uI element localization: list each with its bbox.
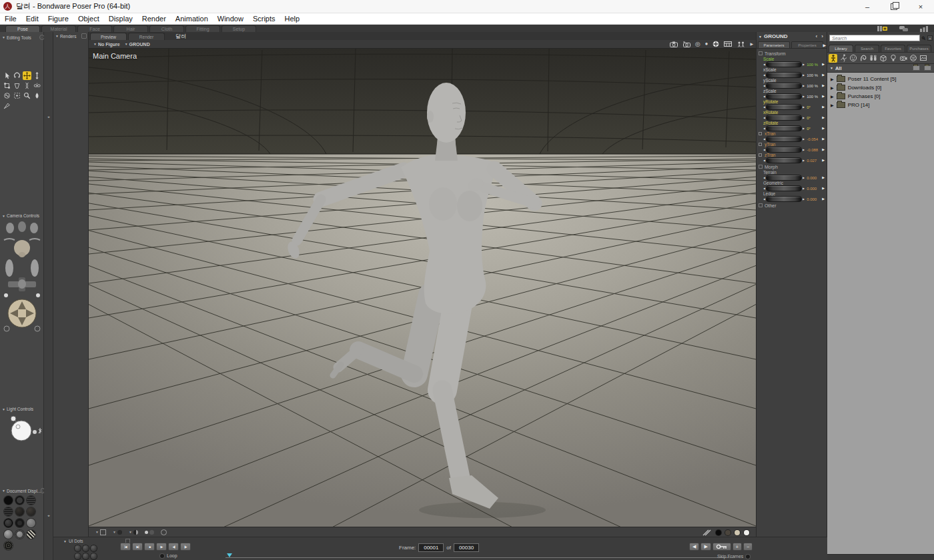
- restore-button[interactable]: [881, 0, 907, 13]
- dial-left-arrow-icon[interactable]: ◀: [763, 95, 765, 98]
- dial-control[interactable]: ◀▶100 %: [763, 72, 827, 78]
- loop-toggle[interactable]: Loop: [160, 553, 177, 558]
- add-keyframe-button[interactable]: [713, 543, 731, 551]
- figures-pair-icon[interactable]: [737, 41, 745, 47]
- viewport-tab-preview[interactable]: Preview: [90, 33, 127, 40]
- tree-item-purchases[interactable]: ▶Purchases [0]: [827, 92, 934, 101]
- menu-help[interactable]: Help: [280, 15, 305, 23]
- shading-dropdown[interactable]: ▼: [129, 530, 138, 535]
- bg-swatch-beige[interactable]: [735, 530, 740, 535]
- dial-flyout-icon[interactable]: ▶: [822, 175, 825, 179]
- move-circle-icon[interactable]: [713, 41, 719, 47]
- delete-frames-button[interactable]: −: [743, 543, 753, 551]
- dial-left-arrow-icon[interactable]: ◀: [763, 187, 765, 190]
- light-controls-header[interactable]: ▼ Light Controls: [0, 405, 46, 412]
- category-hair-icon[interactable]: [859, 54, 867, 63]
- room-tab-fitting[interactable]: Fitting: [185, 25, 220, 32]
- camera-controls-header[interactable]: ▼ Camera Controls: [0, 212, 46, 219]
- actor-selector[interactable]: ▼ GROUND: [125, 42, 150, 47]
- divider-arrows-icon[interactable]: ◂▸: [45, 513, 52, 517]
- next-key-button[interactable]: ▶: [700, 543, 711, 551]
- ui-dot[interactable]: [75, 545, 81, 551]
- menu-edit[interactable]: Edit: [21, 15, 43, 23]
- camera-select-dropdown[interactable]: ▼: [95, 529, 106, 535]
- search-input[interactable]: [829, 35, 920, 41]
- bg-swatch-black[interactable]: [716, 530, 721, 535]
- category-materials-icon[interactable]: [909, 54, 917, 63]
- morphing-tool[interactable]: [33, 91, 41, 100]
- display-style-4[interactable]: [15, 507, 24, 516]
- display-style-10[interactable]: [15, 530, 24, 539]
- dial-flyout-icon[interactable]: ▶: [822, 186, 825, 190]
- add-frames-button[interactable]: +: [733, 543, 742, 551]
- dial-control[interactable]: ◀▶0°: [763, 115, 827, 121]
- category-props-icon[interactable]: [879, 54, 887, 63]
- section-header-transform[interactable]: Transform: [757, 50, 827, 57]
- prev-key-button[interactable]: ◀: [689, 543, 699, 551]
- view-magnifier-tool[interactable]: [23, 91, 31, 100]
- section-header-morph[interactable]: Morph: [757, 163, 827, 170]
- tree-item-pro[interactable]: ▶PRO [14]: [827, 101, 934, 109]
- scale-tool[interactable]: [3, 81, 11, 90]
- dial-left-arrow-icon[interactable]: ◀: [763, 116, 765, 119]
- dial-control[interactable]: ◀▶-0.054: [763, 136, 827, 142]
- expand-triangle-icon[interactable]: ▶: [831, 103, 834, 107]
- panel-menu-icon[interactable]: ◦: [81, 33, 87, 39]
- room-tab-hair[interactable]: Hair: [113, 25, 148, 32]
- display-style-12[interactable]: [4, 541, 13, 550]
- menu-file[interactable]: File: [0, 15, 21, 23]
- library-toggle-icon[interactable]: [877, 25, 888, 32]
- parameters-header[interactable]: ▼ GROUND ‹ ›: [757, 32, 827, 41]
- dial-right-arrow-icon[interactable]: ▶: [803, 176, 805, 179]
- category-lights-icon[interactable]: [889, 54, 897, 63]
- dial-flyout-icon[interactable]: ▶: [822, 137, 825, 141]
- room-tab-material[interactable]: Material: [41, 25, 76, 32]
- menu-animation[interactable]: Animation: [171, 15, 213, 23]
- dot-icon[interactable]: ●: [705, 41, 709, 47]
- dial-left-arrow-icon[interactable]: ◀: [763, 127, 765, 130]
- display-style-11[interactable]: [27, 530, 35, 539]
- display-style-1[interactable]: [15, 496, 24, 505]
- menu-figure[interactable]: Figure: [43, 15, 73, 23]
- section-header-other[interactable]: Other: [757, 202, 827, 209]
- menu-display[interactable]: Display: [104, 15, 137, 23]
- tree-item-downloads[interactable]: ▶Downloads [0]: [827, 83, 934, 92]
- dial-knob[interactable]: [766, 196, 802, 202]
- ui-dot[interactable]: [75, 553, 81, 559]
- color-tool[interactable]: [3, 91, 11, 100]
- dial-left-arrow-icon[interactable]: ◀: [763, 197, 765, 201]
- dial-right-arrow-icon[interactable]: ▶: [803, 105, 805, 109]
- collapse-box-icon[interactable]: [759, 51, 763, 55]
- display-style-6[interactable]: [4, 519, 13, 527]
- category-cameras-icon[interactable]: [899, 54, 907, 63]
- dial-right-arrow-icon[interactable]: ▶: [803, 95, 805, 98]
- dial-knob[interactable]: [766, 157, 802, 163]
- library-tab-favorites[interactable]: Favorites: [881, 45, 905, 52]
- room-tab-face[interactable]: Face: [77, 25, 112, 32]
- scroll-up-icon[interactable]: ▲: [927, 35, 933, 41]
- folder-settings-icon[interactable]: [924, 65, 931, 71]
- dial-knob[interactable]: [766, 72, 802, 78]
- dial-knob[interactable]: [766, 61, 802, 67]
- aperture-icon[interactable]: ◎: [695, 41, 700, 47]
- expand-triangle-icon[interactable]: ▶: [831, 94, 834, 99]
- category-hands-icon[interactable]: [869, 54, 877, 63]
- close-button[interactable]: ×: [907, 0, 934, 13]
- dial-left-arrow-icon[interactable]: ◀: [763, 137, 765, 141]
- ui-dot[interactable]: [83, 553, 89, 559]
- compare-render-icon[interactable]: [682, 41, 690, 47]
- outline-toggle[interactable]: [161, 529, 167, 535]
- editing-tools-header[interactable]: ▼ Editing Tools ◦: [0, 33, 46, 41]
- display-style-7[interactable]: [15, 519, 24, 527]
- dial-flyout-icon[interactable]: ▶: [822, 105, 825, 109]
- category-poses-icon[interactable]: [839, 54, 847, 63]
- room-tab-cloth[interactable]: Cloth: [149, 25, 184, 32]
- display-style-5[interactable]: [27, 507, 35, 516]
- dial-right-arrow-icon[interactable]: ▶: [803, 73, 805, 77]
- bg-swatch-white[interactable]: [744, 530, 749, 535]
- tree-item-poser-11-content[interactable]: ▶Poser 11 Content [5]: [827, 75, 934, 83]
- dial-flyout-icon[interactable]: ▶: [822, 115, 825, 119]
- dial-control[interactable]: ◀▶0.027: [763, 157, 827, 163]
- stop-button[interactable]: ■: [144, 543, 155, 551]
- total-frames-input[interactable]: [454, 543, 479, 552]
